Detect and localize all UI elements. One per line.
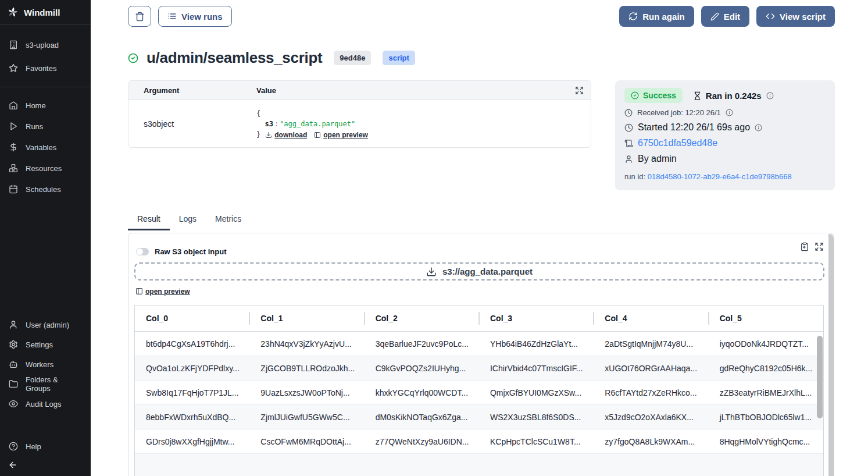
run-id-row: run id: 018d4580-1072-ab29-e6a4-c1de9798…: [624, 172, 826, 181]
s3-download-box[interactable]: s3://agg_data.parquet: [134, 262, 824, 280]
table-cell: 2aDtSgtIqMnjjM74y8U...: [594, 339, 708, 349]
tab-result[interactable]: Result: [128, 212, 170, 230]
download-icon: [426, 267, 437, 277]
info-icon[interactable]: [755, 124, 762, 132]
column-header[interactable]: Col_5: [709, 314, 823, 323]
download-link[interactable]: download: [265, 130, 307, 140]
argument-value-json: { s3:"agg_data.parquet" } download open …: [256, 108, 368, 140]
expand-icon[interactable]: [575, 86, 591, 95]
sidebar-item-home[interactable]: Home: [0, 95, 91, 116]
table-scrollbar-thumb[interactable]: [817, 336, 823, 418]
table-cell: gdReQhyC8192c05H6k...: [709, 364, 823, 373]
eye-icon: [9, 399, 18, 408]
open-preview-link[interactable]: open preview: [135, 287, 190, 296]
table-cell: KCpHpcTClcSCu1W8T...: [479, 437, 594, 446]
run-duration: Ran in 0.242s: [693, 91, 762, 101]
view-script-button[interactable]: View script: [756, 6, 835, 27]
run-status-panel: Success Ran in 0.242s Received job: 12:2…: [615, 80, 835, 190]
table-cell: ZjmlJUiGwfU5GWw5C...: [249, 413, 364, 422]
table-cell: x5Jzd9cO2oXAxla6KX...: [594, 413, 708, 422]
table-cell: QmjxGfBYUI0MGzXSw...: [479, 388, 594, 397]
run-id-label: run id:: [624, 172, 645, 181]
raw-s3-toggle[interactable]: [136, 248, 149, 255]
sidebar-item-help[interactable]: Help: [0, 436, 91, 456]
column-header[interactable]: Col_4: [594, 314, 708, 323]
collapse-sidebar-button[interactable]: [3, 457, 22, 473]
edit-button[interactable]: Edit: [701, 6, 749, 27]
sidebar-item-settings[interactable]: Settings: [0, 335, 91, 354]
table-cell: 8HqgHMolVYtighQcmc...: [709, 437, 823, 446]
gear-icon: [9, 340, 18, 349]
arguments-table-header: Argument Value: [128, 81, 591, 100]
app-logo[interactable]: Windmill: [0, 0, 91, 24]
column-header[interactable]: Col_3: [479, 314, 594, 323]
sidebar-item-label: Settings: [26, 340, 53, 349]
title-bar: u/admin/seamless_script 9ed48e script: [128, 49, 415, 67]
sidebar-item-audit-logs[interactable]: Audit Logs: [0, 394, 91, 414]
sidebar-item-schedules[interactable]: Schedules: [0, 179, 91, 200]
panel-preview-icon: [135, 287, 143, 295]
sidebar-item-label: Schedules: [26, 185, 61, 194]
hourglass-icon: [693, 91, 702, 100]
folder-icon: [9, 379, 18, 389]
tab-metrics[interactable]: Metrics: [206, 212, 251, 230]
table-cell: zy7fgoQ8A8Lk9WXAm...: [594, 437, 708, 446]
sidebar-item-variables[interactable]: Variables: [0, 137, 91, 158]
info-icon[interactable]: [726, 109, 733, 116]
sidebar-item-user[interactable]: User (admin): [0, 315, 91, 335]
sidebar-item-runs[interactable]: Runs: [0, 116, 91, 137]
view-runs-button[interactable]: View runs: [158, 6, 232, 27]
run-id-link[interactable]: 018d4580-1072-ab29-e6a4-c1de9798b668: [648, 172, 792, 181]
table-row: QvOa1oLzKFjYDFPdlxy...ZjGCOB9TLLROdzoJkh…: [135, 356, 823, 381]
expand-icon[interactable]: [815, 242, 824, 251]
sidebar-item-workers[interactable]: Workers: [0, 354, 91, 374]
app-name: Windmill: [24, 8, 60, 17]
table-cell: bt6dp4CgXsA19T6hdrj...: [135, 339, 249, 349]
sidebar-item-resources[interactable]: Resources: [0, 158, 91, 179]
home-icon: [9, 101, 18, 110]
run-again-button[interactable]: Run again: [619, 6, 694, 27]
pencil-icon: [710, 12, 719, 21]
result-panel: Raw S3 object input s3://agg_data.parque…: [128, 233, 834, 476]
play-icon: [9, 122, 18, 131]
script-type-badge: script: [383, 51, 415, 65]
sidebar-item-label: Favorites: [26, 64, 56, 73]
list-icon: [167, 12, 177, 21]
column-header[interactable]: Col_2: [365, 314, 479, 323]
sidebar-item-favorites[interactable]: Favorites: [0, 56, 91, 80]
tab-logs[interactable]: Logs: [170, 212, 206, 230]
table-cell: WS2X3uzSBL8f6S0DS...: [479, 413, 594, 422]
sidebar-item-label: User (admin): [26, 321, 69, 329]
open-preview-link[interactable]: open preview: [314, 130, 368, 140]
sidebar-item-label: Help: [26, 442, 41, 451]
sidebar-item-folders-groups[interactable]: Folders & Groups: [0, 374, 91, 394]
page-title: u/admin/seamless_script: [147, 49, 322, 67]
sidebar-item-label: Home: [26, 101, 46, 110]
arrow-left-icon: [8, 460, 17, 470]
table-cell: 8ebbFxWDxrh5uXdBQ...: [135, 413, 249, 422]
status-badge: Success: [624, 88, 683, 103]
result-table-header: Col_0Col_1Col_2Col_3Col_4Col_5: [135, 306, 823, 332]
table-cell: zZB3eatyrRiBMEJrXlhL...: [709, 388, 823, 397]
info-icon[interactable]: [766, 92, 774, 100]
column-header[interactable]: Col_1: [249, 314, 364, 323]
main-content: View runs Run again Edit View script: [91, 0, 868, 476]
column-header[interactable]: Col_0: [135, 314, 249, 323]
view-script-label: View script: [780, 12, 826, 22]
received-job-text: Received job: 12:20 26/1: [637, 108, 721, 117]
table-cell: QvOa1oLzKFjYDFPdlxy...: [135, 364, 249, 373]
table-cell: jLThBTbOBJODlc65lw1...: [709, 413, 823, 422]
sidebar-item-label: Folders & Groups: [26, 375, 82, 393]
code-icon: [766, 12, 775, 21]
scroll-icon: [624, 139, 633, 148]
table-cell: 3qeBarlueJF2uvc9PoLc...: [365, 339, 479, 349]
copy-icon[interactable]: [800, 242, 809, 251]
table-row-partial: [135, 454, 823, 476]
job-id-link[interactable]: 6750c1dfa59ed48e: [638, 138, 717, 148]
table-cell: dM0sKikNOTaqGx6Zga...: [365, 413, 479, 422]
refresh-icon: [628, 12, 638, 21]
sidebar-item-s3-upload[interactable]: s3-upload: [0, 33, 91, 56]
sidebar-item-label: s3-upload: [26, 41, 59, 49]
delete-button[interactable]: [128, 6, 151, 27]
panel-scrollbar[interactable]: [828, 234, 834, 476]
